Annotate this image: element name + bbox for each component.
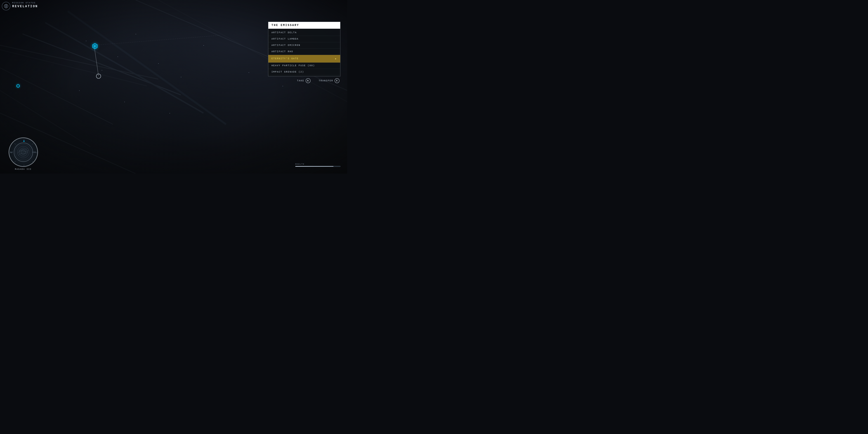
transfer-button[interactable]: TRANSFER X: [319, 78, 340, 83]
inventory-items-list: ARTIFACT DELTA ARTIFACT LAMBDA ARTIFACT …: [268, 29, 340, 76]
item-label-artifact-delta: ARTIFACT DELTA: [272, 31, 297, 34]
item-label-artifact-omicron: ARTIFACT OMICRON: [272, 44, 301, 46]
hex-icon-small: [16, 84, 20, 88]
hex-marker-small: [16, 84, 20, 89]
inventory-item-heavy-particle-fuse[interactable]: HEAVY PARTICLE FUSE (88): [268, 63, 340, 69]
svg-point-19: [94, 45, 96, 47]
svg-line-26: [32, 143, 33, 145]
health-label: HEALTH: [295, 163, 340, 165]
action-buttons-row: TAKE A TRANSFER X: [268, 76, 340, 85]
compass-hud: O2 CO2 MASADA III: [8, 137, 38, 167]
particle: [283, 86, 283, 86]
transfer-label: TRANSFER: [319, 80, 333, 82]
hex-marker: [92, 43, 98, 51]
o2-label: O2: [10, 151, 13, 153]
svg-line-27: [14, 161, 16, 162]
health-hud: HEALTH: [295, 163, 340, 167]
svg-marker-29: [23, 140, 25, 142]
health-bar-container: [295, 166, 340, 167]
particle: [118, 57, 118, 57]
mission-icon: [4, 4, 8, 8]
particle: [181, 77, 181, 77]
inventory-popup: THE EMISSARY ARTIFACT DELTA ARTIFACT LAM…: [268, 22, 340, 76]
item-label-eternity-gate: ETERNITY'S GATE: [272, 57, 299, 60]
compass-outer-ring: O2 CO2: [8, 137, 38, 167]
item-label-heavy-particle-fuse: HEAVY PARTICLE FUSE (88): [272, 64, 315, 67]
compass-inner-ring: [14, 143, 33, 162]
eternity-gate-icon: ✦: [335, 57, 337, 61]
particle: [135, 34, 136, 34]
particle: [249, 72, 249, 73]
inventory-item-eternity-gate[interactable]: ETERNITY'S GATE ✦: [268, 55, 340, 63]
mission-hud: MISSION STATUS REVELATION: [2, 2, 38, 10]
item-label-artifact-rho: ARTIFACT RHO: [272, 51, 293, 53]
svg-point-33: [21, 150, 26, 154]
target-circle: [96, 74, 101, 79]
hex-icon: [92, 43, 98, 49]
inventory-item-artifact-rho[interactable]: ARTIFACT RHO: [268, 49, 340, 55]
inventory-item-artifact-lambda[interactable]: ARTIFACT LAMBDA: [268, 36, 340, 42]
take-label: TAKE: [297, 80, 304, 82]
item-label-artifact-lambda: ARTIFACT LAMBDA: [272, 38, 299, 40]
inventory-popup-area: THE EMISSARY ARTIFACT DELTA ARTIFACT LAM…: [268, 22, 345, 85]
take-key: A: [306, 78, 311, 83]
particle: [86, 41, 86, 41]
mission-status-label: MISSION STATUS: [12, 2, 38, 4]
mission-text-block: MISSION STATUS REVELATION: [12, 2, 38, 8]
co2-label: CO2: [33, 151, 36, 153]
item-label-impact-grenade: IMPACT GRENADE (2): [272, 71, 304, 73]
svg-point-30: [16, 144, 31, 160]
mission-icon-circle: [2, 2, 10, 10]
health-bar-fill: [296, 166, 333, 166]
inventory-item-artifact-delta[interactable]: ARTIFACT DELTA: [268, 30, 340, 36]
particle: [102, 70, 102, 70]
compass-topo: [14, 143, 32, 161]
svg-marker-20: [17, 84, 20, 88]
planet-name: MASADA III: [8, 168, 38, 170]
svg-point-12: [5, 5, 7, 7]
particle: [204, 45, 204, 46]
particle: [124, 102, 125, 102]
inventory-item-impact-grenade[interactable]: IMPACT GRENADE (2): [268, 69, 340, 75]
particle: [169, 113, 170, 114]
inventory-title: THE EMISSARY: [268, 22, 340, 29]
particle: [158, 63, 159, 64]
mission-name: REVELATION: [12, 4, 38, 8]
take-button[interactable]: TAKE A: [297, 78, 311, 83]
svg-line-28: [32, 161, 33, 162]
particle: [79, 90, 80, 91]
svg-point-10: [124, 54, 215, 90]
transfer-key: X: [335, 78, 340, 83]
inventory-item-artifact-omicron[interactable]: ARTIFACT OMICRON: [268, 42, 340, 49]
